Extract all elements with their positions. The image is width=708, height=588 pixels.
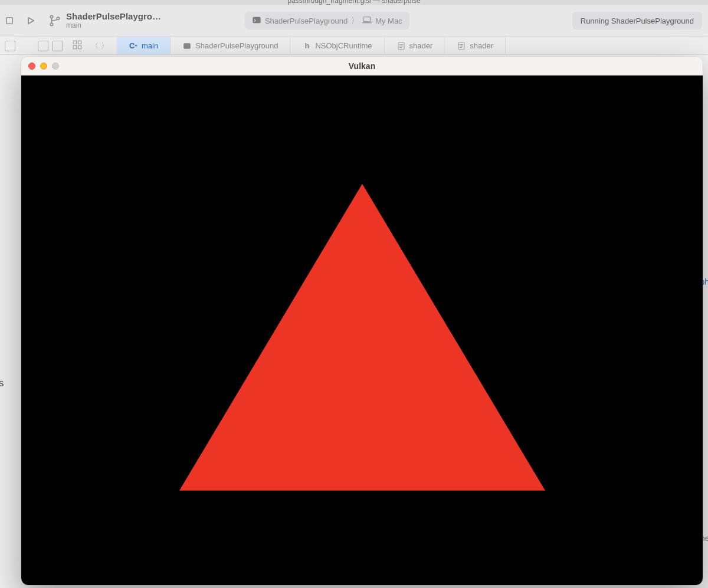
tab-shader-2[interactable]: shader — [445, 37, 506, 54]
tab-label: NSObjCRuntime — [315, 41, 372, 50]
svg-rect-8 — [78, 41, 81, 44]
ide-tabbar: 〈 〉 C+ main ShaderPulsePlayground h NSOb… — [0, 37, 708, 55]
tab-nsobjcruntime[interactable]: h NSObjCRuntime — [290, 37, 384, 54]
panel2-icon[interactable] — [38, 41, 48, 51]
panel-icon[interactable] — [5, 41, 15, 51]
project-name: ShaderPulsePlaygro… — [66, 11, 161, 21]
svg-rect-10 — [78, 46, 81, 49]
vulkan-window[interactable]: Vulkan — [21, 57, 703, 585]
tab-label: shader — [470, 41, 493, 50]
related-items-icon[interactable] — [72, 40, 83, 52]
nav-forward-icon[interactable]: 〉 — [101, 41, 109, 51]
svg-point-2 — [50, 23, 53, 25]
tabbar-nav-group: 〈 〉 — [67, 37, 117, 54]
build-status[interactable]: Running ShaderPulsePlayground — [572, 12, 702, 29]
scheme-device: My Mac — [375, 17, 402, 25]
terminal-file-icon — [182, 41, 192, 51]
text-file-icon — [396, 41, 406, 51]
laptop-icon — [362, 17, 372, 25]
vulkan-canvas — [21, 75, 703, 585]
git-branch-indicator[interactable]: ShaderPulsePlaygro… main — [48, 11, 161, 29]
chevron-right-icon: 〉 — [351, 15, 359, 26]
header-file-icon: h — [302, 41, 312, 51]
vulkan-window-title: Vulkan — [21, 61, 703, 71]
svg-rect-7 — [73, 41, 76, 44]
scheme-target: ShaderPulsePlayground — [265, 17, 348, 25]
text-file-icon — [457, 41, 466, 51]
svg-rect-11 — [183, 43, 191, 48]
vulkan-titlebar[interactable]: Vulkan — [21, 57, 703, 75]
nav-back-icon[interactable]: 〈 — [91, 41, 99, 51]
ide-document-title: passthrough_fragment.glsl — shaderpulse — [287, 0, 420, 5]
close-icon[interactable] — [28, 63, 35, 70]
c-plus-file-icon: C+ — [129, 41, 138, 51]
scheme-selector[interactable]: ShaderPulsePlayground 〉 My Mac — [245, 12, 409, 29]
svg-rect-4 — [253, 17, 260, 23]
tab-main[interactable]: C+ main — [117, 37, 171, 54]
branch-icon — [48, 12, 61, 29]
tab-shader-1[interactable]: shader — [385, 37, 445, 54]
svg-rect-6 — [362, 22, 372, 23]
tab-label: shader — [409, 41, 433, 50]
panel3-icon[interactable] — [52, 41, 63, 51]
rendered-triangle — [179, 184, 545, 491]
svg-point-1 — [50, 15, 53, 18]
svg-rect-0 — [6, 18, 13, 24]
scheme-area: ShaderPulsePlaygro… main — [48, 11, 161, 29]
minimize-icon[interactable] — [40, 63, 47, 70]
svg-point-3 — [57, 17, 59, 19]
tabbar-left-tools — [0, 37, 67, 54]
svg-rect-9 — [73, 46, 76, 49]
terminal-icon — [252, 15, 261, 27]
zoom-disabled-icon — [52, 63, 59, 70]
stop-button[interactable] — [2, 14, 17, 28]
edge-fragment-left: s — [0, 377, 4, 389]
ide-toolbar: ShaderPulsePlaygro… main ShaderPulsePlay… — [0, 5, 708, 37]
status-text: Running ShaderPulsePlayground — [581, 17, 694, 25]
tab-shaderpulseplayground[interactable]: ShaderPulsePlayground — [171, 37, 290, 54]
branch-name: main — [66, 22, 161, 30]
window-controls — [21, 63, 59, 70]
tab-label: main — [142, 41, 158, 50]
tab-label: ShaderPulsePlayground — [195, 41, 278, 50]
svg-rect-5 — [363, 17, 371, 21]
ide-titlebar: passthrough_fragment.glsl — shaderpulse — [0, 0, 708, 5]
run-button[interactable] — [24, 14, 38, 28]
